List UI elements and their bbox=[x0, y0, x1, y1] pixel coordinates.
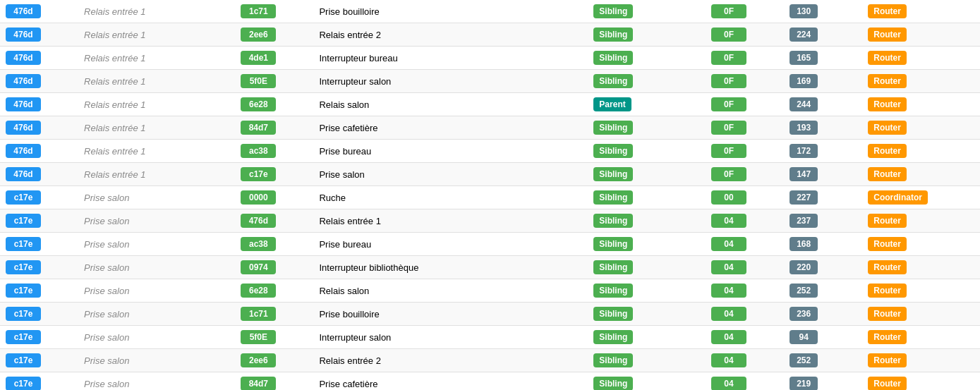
source-name: Prise salon bbox=[84, 262, 129, 273]
relation-badge: Sibling bbox=[593, 51, 633, 65]
type-badge: Router bbox=[868, 284, 907, 298]
dest-name: Prise bureau bbox=[319, 239, 371, 250]
type-badge: Router bbox=[868, 330, 907, 344]
type-badge: Router bbox=[868, 74, 907, 88]
channel-badge: 04 bbox=[711, 353, 746, 367]
relation-badge: Sibling bbox=[593, 190, 633, 205]
dest-id-badge: ac38 bbox=[241, 237, 276, 251]
dest-name: Prise salon bbox=[319, 169, 364, 180]
lqi-value: 168 bbox=[790, 237, 818, 251]
table-row: c17e Prise salon 5f0E Interrupteur salon… bbox=[0, 326, 980, 349]
table-row: c17e Prise salon 0974 Interrupteur bibli… bbox=[0, 256, 980, 279]
dest-id-badge: 5f0E bbox=[241, 74, 276, 88]
source-id-badge: c17e bbox=[6, 353, 41, 367]
source-name: Relais entrée 1 bbox=[84, 123, 145, 133]
dest-name: Interrupteur salon bbox=[319, 332, 391, 343]
channel-badge: 0F bbox=[711, 4, 746, 18]
lqi-value: 219 bbox=[790, 377, 818, 390]
table-row: 476d Relais entrée 1 84d7 Prise cafetièr… bbox=[0, 116, 980, 140]
dest-name: Prise bouilloire bbox=[319, 6, 379, 17]
dest-id-badge: 6e28 bbox=[241, 97, 276, 111]
source-id-badge: 476d bbox=[6, 167, 41, 181]
dest-name: Prise bouilloire bbox=[319, 309, 379, 319]
channel-badge: 00 bbox=[711, 190, 746, 205]
type-badge: Router bbox=[868, 4, 907, 18]
source-name: Prise salon bbox=[84, 193, 129, 203]
source-name: Relais entrée 1 bbox=[84, 99, 145, 110]
channel-badge: 04 bbox=[711, 260, 746, 274]
table-row: 476d Relais entrée 1 5f0E Interrupteur s… bbox=[0, 70, 980, 93]
dest-name: Prise bureau bbox=[319, 146, 371, 157]
dest-name: Relais salon bbox=[319, 286, 369, 296]
source-id-badge: c17e bbox=[6, 260, 41, 274]
relation-badge: Sibling bbox=[593, 237, 633, 251]
table-row: 476d Relais entrée 1 c17e Prise salon Si… bbox=[0, 163, 980, 186]
table-row: c17e Prise salon 0000 Ruche Sibling 00 2… bbox=[0, 186, 980, 209]
relation-badge: Sibling bbox=[593, 307, 633, 321]
lqi-value: 94 bbox=[790, 330, 818, 344]
source-name: Relais entrée 1 bbox=[84, 53, 145, 63]
dest-id-badge: 6e28 bbox=[241, 284, 276, 298]
channel-badge: 0F bbox=[711, 28, 746, 42]
type-badge: Router bbox=[868, 377, 907, 390]
type-badge: Router bbox=[868, 51, 907, 65]
table-row: c17e Prise salon 6e28 Relais salon Sibli… bbox=[0, 279, 980, 303]
lqi-value: 130 bbox=[790, 4, 818, 18]
dest-id-badge: 0000 bbox=[241, 190, 276, 205]
source-id-badge: 476d bbox=[6, 97, 41, 111]
lqi-value: 244 bbox=[790, 97, 818, 111]
relation-badge: Sibling bbox=[593, 74, 633, 88]
table-row: 476d Relais entrée 1 2ee6 Relais entrée … bbox=[0, 23, 980, 47]
lqi-value: 252 bbox=[790, 353, 818, 367]
relation-badge: Sibling bbox=[593, 121, 633, 135]
dest-id-badge: 0974 bbox=[241, 260, 276, 274]
type-badge: Router bbox=[868, 121, 907, 135]
dest-name: Ruche bbox=[319, 193, 346, 203]
channel-badge: 04 bbox=[711, 330, 746, 344]
dest-name: Relais entrée 1 bbox=[319, 216, 380, 226]
table-row: c17e Prise salon 84d7 Prise cafetière Si… bbox=[0, 372, 980, 391]
source-name: Prise salon bbox=[84, 309, 129, 319]
channel-badge: 0F bbox=[711, 74, 746, 88]
dest-id-badge: 5f0E bbox=[241, 330, 276, 344]
lqi-value: 220 bbox=[790, 260, 818, 274]
lqi-value: 193 bbox=[790, 121, 818, 135]
dest-id-badge: 1c71 bbox=[241, 4, 276, 18]
type-badge: Router bbox=[868, 97, 907, 111]
channel-badge: 0F bbox=[711, 144, 746, 158]
type-badge: Router bbox=[868, 144, 907, 158]
type-badge: Router bbox=[868, 214, 907, 228]
dest-name: Relais salon bbox=[319, 99, 369, 110]
relation-badge: Sibling bbox=[593, 377, 633, 390]
source-name: Relais entrée 1 bbox=[84, 6, 145, 17]
table-row: 476d Relais entrée 1 1c71 Prise bouilloi… bbox=[0, 0, 980, 23]
table-row: c17e Prise salon ac38 Prise bureau Sibli… bbox=[0, 233, 980, 256]
relation-badge: Sibling bbox=[593, 4, 633, 18]
channel-badge: 04 bbox=[711, 307, 746, 321]
lqi-value: 165 bbox=[790, 51, 818, 65]
channel-badge: 0F bbox=[711, 167, 746, 181]
channel-badge: 04 bbox=[711, 214, 746, 228]
dest-id-badge: 4de1 bbox=[241, 51, 276, 65]
type-badge: Router bbox=[868, 353, 907, 367]
dest-id-badge: 476d bbox=[241, 214, 276, 228]
dest-id-badge: 84d7 bbox=[241, 377, 276, 390]
dest-name: Interrupteur bureau bbox=[319, 53, 397, 63]
table-row: 476d Relais entrée 1 ac38 Prise bureau S… bbox=[0, 140, 980, 163]
source-id-badge: 476d bbox=[6, 144, 41, 158]
dest-name: Interrupteur bibliothèque bbox=[319, 262, 418, 273]
lqi-value: 252 bbox=[790, 284, 818, 298]
lqi-value: 172 bbox=[790, 144, 818, 158]
type-badge: Coordinator bbox=[868, 190, 928, 205]
relation-badge: Sibling bbox=[593, 144, 633, 158]
lqi-value: 237 bbox=[790, 214, 818, 228]
relation-badge: Sibling bbox=[593, 284, 633, 298]
dest-id-badge: 2ee6 bbox=[241, 353, 276, 367]
source-name: Prise salon bbox=[84, 355, 129, 366]
source-id-badge: c17e bbox=[6, 237, 41, 251]
dest-id-badge: 84d7 bbox=[241, 121, 276, 135]
lqi-value: 236 bbox=[790, 307, 818, 321]
source-name: Prise salon bbox=[84, 332, 129, 343]
table-row: 476d Relais entrée 1 6e28 Relais salon P… bbox=[0, 93, 980, 116]
source-id-badge: c17e bbox=[6, 214, 41, 228]
